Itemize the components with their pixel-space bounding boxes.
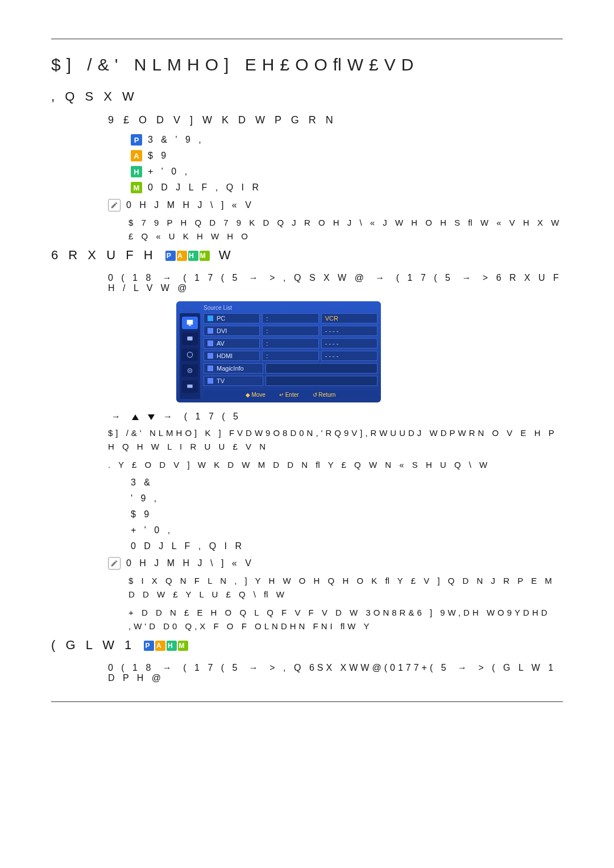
osd-footer-return-label: Return [318, 392, 335, 398]
sourcelist-heading-right: W [219, 248, 234, 262]
sourcelist-menu-path: 0 ( 1 8 → ( 1 7 ( 5 → > , Q S X W @ → ( … [108, 273, 563, 293]
arrow-icon: → [375, 273, 387, 283]
section-sourcelist-heading: 6 R X U F H P A H M W [51, 248, 563, 263]
badge-h-icon: H [131, 166, 142, 177]
osd-side-icon [182, 348, 198, 361]
input-note-label: 0 H J M H J \ ] « V [126, 200, 254, 210]
osd-side-icon [182, 364, 198, 377]
mode-label-hdmi: + ' 0 , [148, 167, 190, 177]
path-d: ( 1 7 ( 5 [396, 273, 453, 283]
mode-row-hdmi: H + ' 0 , [131, 166, 563, 177]
plain-mode-hdmi: + ' 0 , [131, 525, 563, 535]
osd-cell-empty [265, 376, 377, 386]
sourcelist-heading-left: 6 R X U F H [51, 248, 156, 262]
badges-pahm-inline-2: P A H M [144, 641, 188, 651]
arrow-icon: → [458, 663, 470, 672]
osd-cell-dvi: DVI [204, 326, 260, 336]
osd-label-magicinfo: MagicInfo [217, 365, 244, 372]
osd-cell-dots: : [262, 338, 318, 348]
mode-label-pc: 3 & ' 9 , [148, 135, 204, 145]
input-subheading: 9 £ O D V ] W K D W P G R N [51, 114, 563, 126]
osd-source-list-screenshot: Source List PC : VCR [176, 301, 381, 402]
note-pencil-icon [108, 557, 121, 570]
path-b: ( 1 7 ( 5 [183, 273, 240, 283]
arrow-icon: → [249, 663, 261, 672]
badge-h-icon: H [167, 641, 177, 651]
svg-point-1 [187, 352, 192, 357]
badge-a-icon: A [131, 150, 142, 161]
section-editname-heading: ( G L W 1 P A H M [51, 638, 563, 653]
nav-enter-label: ( 1 7 ( 5 [184, 412, 241, 421]
osd-cell-dash: - - - - [321, 351, 377, 361]
note-pencil-icon [108, 199, 121, 211]
arrow-icon: → [163, 412, 175, 421]
osd-footer-enter: ↵ Enter [279, 392, 299, 398]
osd-cell-magicinfo: MagicInfo [204, 363, 263, 373]
mode-row-magicinfo: M 0 D J L F , Q I R [131, 182, 563, 193]
top-rule [51, 39, 563, 39]
badge-p-icon: P [165, 251, 176, 261]
osd-cell-hdmi: HDMI [204, 351, 260, 361]
osd-title: Source List [180, 305, 377, 313]
plain-mode-label: 0 D J L F , Q I R [131, 541, 244, 551]
badge-h-icon: H [188, 251, 198, 261]
badge-p-icon: P [144, 641, 154, 651]
mode-row-av: A $ 9 [131, 150, 563, 161]
osd-cell-pc: PC [204, 313, 260, 323]
osd-cell-dots: : [262, 326, 318, 336]
osd-footer-return: ↺ Return [313, 392, 336, 398]
sourcelist-note-line1: $ I X Q N F L N , ] Y H W O H Q H O K ﬂ … [128, 574, 563, 601]
svg-rect-0 [187, 337, 192, 340]
page-title: $] /&' NLMHO] EH£OOﬂW£VD [51, 55, 563, 74]
osd-cell-tv: TV [204, 376, 263, 386]
mode-label-magicinfo: 0 D J L F , Q I R [148, 182, 262, 193]
plain-mode-pc: 3 & [131, 477, 563, 488]
plain-mode-dvi: ' 9 , [131, 493, 563, 504]
svg-point-3 [189, 370, 190, 371]
osd-side-icon [182, 380, 198, 393]
input-note-body: $ 7 9 P H Q D 7 9 K D Q J R O H J \ « J … [128, 216, 563, 243]
osd-grid: PC : VCR DVI : - - - - AV : - - - - HDMI… [204, 313, 377, 399]
osd-cell-av: AV [204, 338, 260, 348]
badge-a-icon: A [155, 641, 165, 651]
osd-side-icon [182, 317, 198, 329]
editname-heading-left: ( G L W 1 [51, 638, 135, 652]
badge-a-icon: A [177, 251, 187, 261]
osd-footer-enter-label: Enter [285, 392, 299, 398]
osd-label-hdmi: HDMI [217, 352, 233, 359]
osd-cell-dots: : [262, 351, 318, 361]
osd-label-pc: PC [217, 315, 225, 322]
osd-cell-dots: : [262, 313, 318, 323]
sourcelist-note-label: 0 H J M H J \ ] « V [126, 558, 254, 568]
osd-cell-vcr: VCR [321, 313, 377, 323]
osd-cell-empty [265, 363, 377, 373]
arrow-icon: → [249, 273, 261, 283]
triangle-down-icon [148, 414, 155, 420]
input-note-row: 0 H J M H J \ ] « V [108, 199, 563, 211]
osd-footer-move: ◆ Move [246, 392, 265, 398]
osd-cell-dash: - - - - [321, 338, 377, 348]
sourcelist-note-row: 0 H J M H J \ ] « V [108, 557, 563, 570]
badge-m-icon: M [131, 182, 142, 193]
editname-menu-path: 0 ( 1 8 → ( 1 7 ( 5 → > , Q 6SX XWW@(017… [108, 663, 563, 683]
nav-arrows-line: → → ( 1 7 ( 5 [108, 412, 563, 422]
bottom-rule [51, 701, 563, 702]
arrow-icon: → [462, 273, 474, 283]
osd-label-tv: TV [217, 377, 225, 384]
sourcelist-para2: . Y £ O D V ] W K D W M D D N ﬂ Y £ Q W … [108, 458, 563, 472]
mode-label-av: $ 9 [148, 151, 169, 161]
section-input-heading: , Q S X W [51, 89, 563, 104]
plain-mode-av: $ 9 [131, 509, 563, 520]
plain-mode-label: ' 9 , [131, 493, 159, 504]
path-c: > , Q S X W @ [269, 273, 367, 283]
plain-mode-magicinfo: 0 D J L F , Q I R [131, 541, 563, 551]
arrow-icon: → [163, 273, 175, 283]
badge-m-icon: M [200, 251, 210, 261]
sourcelist-note-line2: + D D N £ E H O Q L Q F V F V D W 3ON8R&… [128, 606, 563, 633]
osd-footer: ◆ Move ↵ Enter ↺ Return [204, 391, 377, 399]
triangle-up-icon [132, 414, 139, 420]
osd-footer-move-label: Move [251, 392, 265, 398]
osd-side-icon [182, 333, 198, 345]
mode-row-pc: P 3 & ' 9 , [131, 134, 563, 146]
sourcelist-para1: $] /&' NLMHO] K ] FVDW9O8D0N,'RQ9V],RWUU… [108, 426, 563, 454]
